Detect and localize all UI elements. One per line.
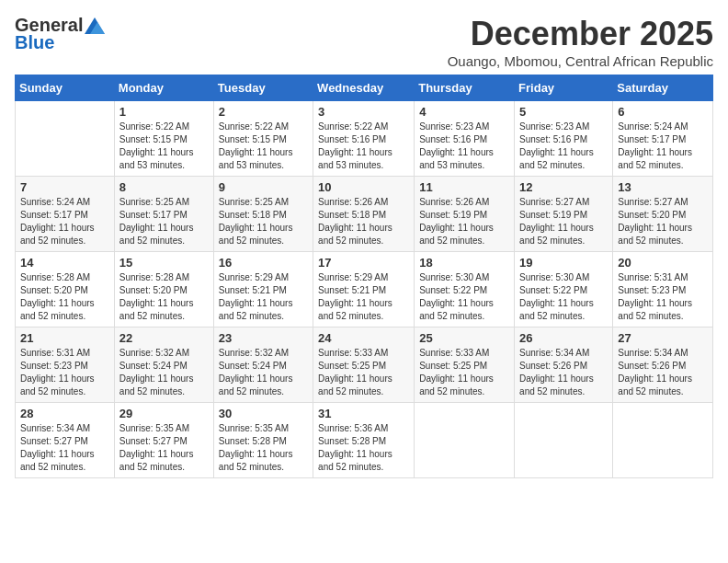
calendar-cell: 3 Sunrise: 5:22 AM Sunset: 5:16 PM Dayli… [313, 101, 415, 177]
page-header: General Blue December 2025 Ouango, Mbomo… [15, 15, 713, 69]
calendar-cell: 19 Sunrise: 5:30 AM Sunset: 5:22 PM Dayl… [515, 252, 613, 327]
sunrise-label: Sunrise: 5:29 AM [219, 272, 289, 282]
day-info: Sunrise: 5:26 AM Sunset: 5:19 PM Dayligh… [419, 196, 509, 247]
day-info: Sunrise: 5:24 AM Sunset: 5:17 PM Dayligh… [618, 121, 708, 172]
day-info: Sunrise: 5:29 AM Sunset: 5:21 PM Dayligh… [219, 271, 308, 323]
day-info: Sunrise: 5:35 AM Sunset: 5:27 PM Dayligh… [119, 422, 209, 474]
day-info: Sunrise: 5:22 AM Sunset: 5:16 PM Dayligh… [318, 121, 409, 172]
sunset-label: Sunset: 5:20 PM [119, 285, 188, 295]
weekday-header-wednesday: Wednesday [313, 75, 415, 101]
day-number: 21 [20, 331, 109, 345]
day-number: 31 [318, 407, 409, 420]
weekday-header-sunday: Sunday [16, 75, 115, 101]
day-number: 26 [519, 331, 608, 345]
sunrise-label: Sunrise: 5:25 AM [219, 197, 289, 207]
calendar-cell: 14 Sunrise: 5:28 AM Sunset: 5:20 PM Dayl… [16, 252, 115, 327]
sunset-label: Sunset: 5:15 PM [219, 134, 287, 144]
location-subtitle: Ouango, Mbomou, Central African Republic [448, 53, 713, 69]
sunset-label: Sunset: 5:22 PM [519, 285, 587, 295]
day-number: 12 [519, 180, 608, 194]
sunset-label: Sunset: 5:23 PM [618, 285, 686, 295]
calendar-cell: 6 Sunrise: 5:24 AM Sunset: 5:17 PM Dayli… [613, 101, 713, 177]
calendar-cell: 16 Sunrise: 5:29 AM Sunset: 5:21 PM Dayl… [213, 252, 313, 327]
daylight-label: Daylight: 11 hours and 52 minutes. [618, 223, 692, 246]
sunrise-label: Sunrise: 5:25 AM [119, 197, 189, 207]
sunset-label: Sunset: 5:26 PM [519, 361, 587, 371]
calendar-cell [415, 403, 515, 478]
sunrise-label: Sunrise: 5:33 AM [419, 348, 489, 358]
sunrise-label: Sunrise: 5:32 AM [219, 348, 289, 358]
sunset-label: Sunset: 5:15 PM [119, 134, 188, 144]
day-info: Sunrise: 5:31 AM Sunset: 5:23 PM Dayligh… [20, 347, 109, 398]
calendar-cell [613, 403, 713, 478]
daylight-label: Daylight: 11 hours and 52 minutes. [119, 373, 194, 396]
daylight-label: Daylight: 11 hours and 52 minutes. [519, 223, 594, 246]
sunrise-label: Sunrise: 5:33 AM [318, 348, 388, 358]
daylight-label: Daylight: 11 hours and 52 minutes. [219, 223, 293, 246]
calendar-cell: 7 Sunrise: 5:24 AM Sunset: 5:17 PM Dayli… [16, 177, 115, 252]
day-info: Sunrise: 5:30 AM Sunset: 5:22 PM Dayligh… [419, 271, 509, 323]
day-info: Sunrise: 5:23 AM Sunset: 5:16 PM Dayligh… [419, 121, 509, 172]
calendar-cell: 30 Sunrise: 5:35 AM Sunset: 5:28 PM Dayl… [213, 403, 313, 478]
calendar-cell [515, 403, 613, 478]
day-info: Sunrise: 5:22 AM Sunset: 5:15 PM Dayligh… [219, 121, 308, 172]
calendar-cell: 4 Sunrise: 5:23 AM Sunset: 5:16 PM Dayli… [415, 101, 515, 177]
daylight-label: Daylight: 11 hours and 53 minutes. [219, 147, 293, 170]
day-number: 15 [119, 256, 209, 270]
daylight-label: Daylight: 11 hours and 52 minutes. [20, 373, 95, 396]
day-number: 22 [119, 331, 209, 345]
sunrise-label: Sunrise: 5:34 AM [618, 348, 688, 358]
week-row-2: 7 Sunrise: 5:24 AM Sunset: 5:17 PM Dayli… [16, 177, 713, 252]
day-info: Sunrise: 5:27 AM Sunset: 5:20 PM Dayligh… [618, 196, 708, 247]
day-info: Sunrise: 5:32 AM Sunset: 5:24 PM Dayligh… [119, 347, 209, 398]
calendar-cell: 5 Sunrise: 5:23 AM Sunset: 5:16 PM Dayli… [515, 101, 613, 177]
daylight-label: Daylight: 11 hours and 52 minutes. [519, 373, 594, 396]
day-number: 27 [618, 331, 708, 345]
daylight-label: Daylight: 11 hours and 52 minutes. [318, 223, 392, 246]
month-year-title: December 2025 [448, 15, 713, 53]
daylight-label: Daylight: 11 hours and 52 minutes. [318, 449, 392, 472]
daylight-label: Daylight: 11 hours and 52 minutes. [20, 449, 95, 472]
sunrise-label: Sunrise: 5:31 AM [618, 272, 688, 282]
sunrise-label: Sunrise: 5:28 AM [20, 272, 90, 282]
daylight-label: Daylight: 11 hours and 52 minutes. [219, 373, 293, 396]
sunset-label: Sunset: 5:26 PM [618, 361, 686, 371]
daylight-label: Daylight: 11 hours and 52 minutes. [618, 373, 692, 396]
calendar-table: SundayMondayTuesdayWednesdayThursdayFrid… [15, 75, 713, 478]
day-number: 4 [419, 105, 509, 119]
day-number: 11 [419, 180, 509, 194]
sunset-label: Sunset: 5:23 PM [20, 361, 88, 371]
day-number: 13 [618, 180, 708, 194]
sunrise-label: Sunrise: 5:30 AM [519, 272, 589, 282]
calendar-cell: 24 Sunrise: 5:33 AM Sunset: 5:25 PM Dayl… [313, 327, 415, 403]
sunset-label: Sunset: 5:18 PM [219, 210, 287, 220]
calendar-cell: 23 Sunrise: 5:32 AM Sunset: 5:24 PM Dayl… [213, 327, 313, 403]
day-number: 5 [519, 105, 608, 119]
sunset-label: Sunset: 5:24 PM [119, 361, 188, 371]
day-info: Sunrise: 5:30 AM Sunset: 5:22 PM Dayligh… [519, 271, 608, 323]
sunrise-label: Sunrise: 5:27 AM [618, 197, 688, 207]
week-row-1: 1 Sunrise: 5:22 AM Sunset: 5:15 PM Dayli… [16, 101, 713, 177]
sunset-label: Sunset: 5:17 PM [119, 210, 188, 220]
sunset-label: Sunset: 5:16 PM [419, 134, 487, 144]
week-row-4: 21 Sunrise: 5:31 AM Sunset: 5:23 PM Dayl… [16, 327, 713, 403]
day-info: Sunrise: 5:34 AM Sunset: 5:26 PM Dayligh… [618, 347, 708, 398]
sunset-label: Sunset: 5:27 PM [119, 436, 188, 446]
day-number: 29 [119, 407, 209, 420]
daylight-label: Daylight: 11 hours and 53 minutes. [318, 147, 392, 170]
calendar-cell: 10 Sunrise: 5:26 AM Sunset: 5:18 PM Dayl… [313, 177, 415, 252]
day-number: 23 [219, 331, 308, 345]
sunset-label: Sunset: 5:19 PM [519, 210, 587, 220]
sunrise-label: Sunrise: 5:23 AM [519, 121, 589, 132]
sunrise-label: Sunrise: 5:26 AM [318, 197, 388, 207]
sunset-label: Sunset: 5:19 PM [419, 210, 487, 220]
day-info: Sunrise: 5:29 AM Sunset: 5:21 PM Dayligh… [318, 271, 409, 323]
day-info: Sunrise: 5:33 AM Sunset: 5:25 PM Dayligh… [318, 347, 409, 398]
sunrise-label: Sunrise: 5:22 AM [219, 121, 289, 132]
logo-icon [85, 17, 105, 34]
sunset-label: Sunset: 5:28 PM [318, 436, 386, 446]
sunrise-label: Sunrise: 5:31 AM [20, 348, 90, 358]
day-number: 19 [519, 256, 608, 270]
calendar-cell: 28 Sunrise: 5:34 AM Sunset: 5:27 PM Dayl… [16, 403, 115, 478]
title-block: December 2025 Ouango, Mbomou, Central Af… [448, 15, 713, 69]
